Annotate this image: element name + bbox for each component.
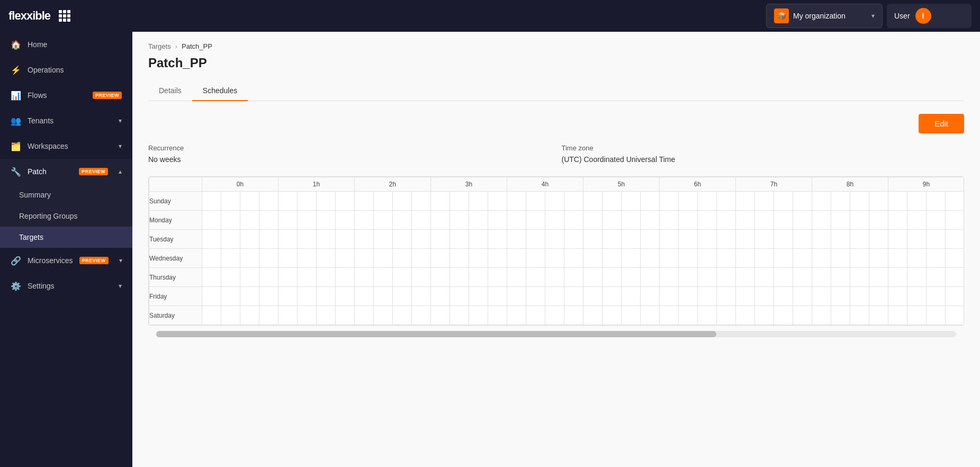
schedule-cell[interactable] xyxy=(450,192,469,211)
schedule-cell[interactable] xyxy=(907,192,927,211)
schedule-cell[interactable] xyxy=(583,249,603,268)
schedule-cell[interactable] xyxy=(927,249,946,268)
schedule-cell[interactable] xyxy=(488,306,507,325)
schedule-cell[interactable] xyxy=(774,306,793,325)
schedule-cell[interactable] xyxy=(431,211,450,230)
schedule-cell[interactable] xyxy=(240,249,259,268)
sidebar-item-microservices[interactable]: 🔗 Microservices PREVIEW ▾ xyxy=(0,248,132,273)
schedule-cell[interactable] xyxy=(507,287,526,306)
schedule-cell[interactable] xyxy=(374,306,393,325)
schedule-cell[interactable] xyxy=(793,268,812,287)
schedule-cell[interactable] xyxy=(907,230,927,249)
schedule-cell[interactable] xyxy=(812,230,831,249)
schedule-cell[interactable] xyxy=(869,211,888,230)
schedule-cell[interactable] xyxy=(698,230,717,249)
schedule-cell[interactable] xyxy=(736,230,755,249)
schedule-cell[interactable] xyxy=(564,268,583,287)
breadcrumb-parent-link[interactable]: Targets xyxy=(148,42,171,50)
schedule-cell[interactable] xyxy=(603,249,622,268)
schedule-cell[interactable] xyxy=(545,249,564,268)
schedule-cell[interactable] xyxy=(603,287,622,306)
schedule-cell[interactable] xyxy=(526,230,545,249)
schedule-cell[interactable] xyxy=(774,287,793,306)
schedule-cell[interactable] xyxy=(564,306,583,325)
schedule-cell[interactable] xyxy=(946,249,965,268)
schedule-cell[interactable] xyxy=(907,287,927,306)
schedule-cell[interactable] xyxy=(641,192,660,211)
schedule-cell[interactable] xyxy=(278,268,298,287)
schedule-cell[interactable] xyxy=(698,192,717,211)
schedule-cell[interactable] xyxy=(622,192,641,211)
schedule-cell[interactable] xyxy=(622,230,641,249)
schedule-cell[interactable] xyxy=(927,268,946,287)
schedule-cell[interactable] xyxy=(202,211,221,230)
schedule-cell[interactable] xyxy=(431,249,450,268)
schedule-cell[interactable] xyxy=(698,268,717,287)
schedule-cell[interactable] xyxy=(927,192,946,211)
schedule-cell[interactable] xyxy=(698,306,717,325)
schedule-cell[interactable] xyxy=(583,306,603,325)
schedule-cell[interactable] xyxy=(240,287,259,306)
schedule-cell[interactable] xyxy=(717,268,736,287)
schedule-cell[interactable] xyxy=(450,268,469,287)
schedule-cell[interactable] xyxy=(355,230,374,249)
sidebar-item-targets[interactable]: Targets xyxy=(0,227,132,248)
schedule-cell[interactable] xyxy=(755,192,774,211)
schedule-cell[interactable] xyxy=(545,230,564,249)
schedule-cell[interactable] xyxy=(774,192,793,211)
schedule-cell[interactable] xyxy=(469,192,488,211)
schedule-cell[interactable] xyxy=(393,192,412,211)
schedule-cell[interactable] xyxy=(774,211,793,230)
edit-button[interactable]: Edit xyxy=(919,114,964,133)
schedule-cell[interactable] xyxy=(221,306,240,325)
schedule-cell[interactable] xyxy=(336,230,355,249)
schedule-cell[interactable] xyxy=(831,192,850,211)
sidebar-item-patch[interactable]: 🔧 Patch PREVIEW ▴ xyxy=(0,159,132,184)
schedule-cell[interactable] xyxy=(888,211,907,230)
schedule-cell[interactable] xyxy=(526,249,545,268)
schedule-cell[interactable] xyxy=(278,306,298,325)
schedule-cell[interactable] xyxy=(564,211,583,230)
schedule-cell[interactable] xyxy=(717,287,736,306)
schedule-cell[interactable] xyxy=(717,211,736,230)
schedule-cell[interactable] xyxy=(240,192,259,211)
schedule-cell[interactable] xyxy=(240,268,259,287)
schedule-cell[interactable] xyxy=(831,306,850,325)
schedule-cell[interactable] xyxy=(336,306,355,325)
schedule-cell[interactable] xyxy=(736,268,755,287)
schedule-cell[interactable] xyxy=(888,306,907,325)
schedule-cell[interactable] xyxy=(259,306,278,325)
schedule-cell[interactable] xyxy=(393,230,412,249)
schedule-cell[interactable] xyxy=(622,249,641,268)
schedule-cell[interactable] xyxy=(202,287,221,306)
schedule-cell[interactable] xyxy=(469,249,488,268)
schedule-cell[interactable] xyxy=(450,230,469,249)
schedule-cell[interactable] xyxy=(698,211,717,230)
schedule-cell[interactable] xyxy=(774,230,793,249)
schedule-cell[interactable] xyxy=(736,287,755,306)
schedule-cell[interactable] xyxy=(755,268,774,287)
schedule-cell[interactable] xyxy=(888,249,907,268)
schedule-cell[interactable] xyxy=(755,230,774,249)
schedule-cell[interactable] xyxy=(736,192,755,211)
schedule-cell[interactable] xyxy=(259,211,278,230)
schedule-cell[interactable] xyxy=(564,249,583,268)
schedule-cell[interactable] xyxy=(298,287,317,306)
schedule-cell[interactable] xyxy=(679,249,698,268)
schedule-cell[interactable] xyxy=(660,287,679,306)
schedule-cell[interactable] xyxy=(717,249,736,268)
schedule-cell[interactable] xyxy=(488,230,507,249)
apps-grid-icon[interactable] xyxy=(59,10,70,22)
schedule-cell[interactable] xyxy=(278,192,298,211)
tab-details[interactable]: Details xyxy=(148,81,192,101)
schedule-cell[interactable] xyxy=(850,249,869,268)
schedule-cell[interactable] xyxy=(793,230,812,249)
schedule-cell[interactable] xyxy=(507,230,526,249)
schedule-cell[interactable] xyxy=(736,211,755,230)
schedule-cell[interactable] xyxy=(374,268,393,287)
schedule-cell[interactable] xyxy=(317,192,336,211)
schedule-cell[interactable] xyxy=(298,192,317,211)
schedule-cell[interactable] xyxy=(869,306,888,325)
schedule-cell[interactable] xyxy=(221,230,240,249)
schedule-cell[interactable] xyxy=(927,230,946,249)
